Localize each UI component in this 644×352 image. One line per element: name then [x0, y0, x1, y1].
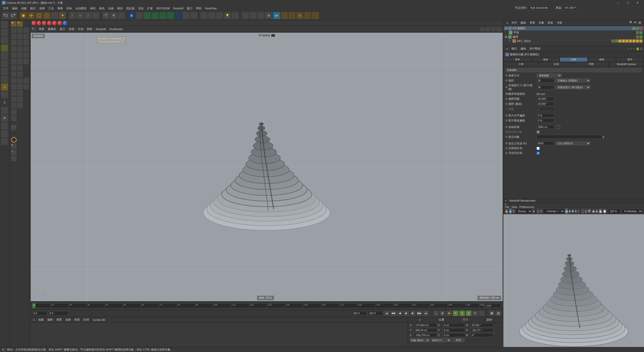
light-button[interactable]: [190, 12, 197, 19]
tool-r6c[interactable]: [23, 59, 29, 64]
vp-filter[interactable]: 过滤: [76, 27, 85, 31]
tag2-button[interactable]: [250, 12, 257, 19]
select-tool[interactable]: [20, 12, 27, 19]
max-frame[interactable]: [368, 311, 383, 316]
tool-gear-icon[interactable]: ⚙: [11, 21, 17, 27]
lock-icon[interactable]: 🔒: [636, 47, 639, 50]
menu-create[interactable]: 创建: [20, 6, 28, 11]
target-icon[interactable]: ◎: [296, 12, 303, 19]
tool-r2b[interactable]: [17, 34, 23, 39]
rv-view[interactable]: View: [511, 205, 517, 208]
rotate-tool[interactable]: [43, 12, 50, 19]
start-frame[interactable]: [32, 311, 47, 316]
render-view-button[interactable]: 🎬: [102, 12, 109, 19]
sculpt-mode[interactable]: S: [1, 99, 8, 106]
end-frame[interactable]: [352, 311, 367, 316]
tool-r9b[interactable]: [17, 78, 23, 83]
rv-crop-icon[interactable]: ✂: [540, 208, 542, 214]
fovh-input[interactable]: [537, 97, 554, 101]
menu-help[interactable]: 帮助: [194, 6, 203, 11]
scale-tool[interactable]: [35, 12, 43, 19]
tool-plus-icon[interactable]: ✚: [17, 21, 23, 27]
tool-r8b[interactable]: [17, 71, 23, 77]
tool-r15a[interactable]: [11, 115, 17, 121]
redo-button[interactable]: [10, 12, 17, 19]
interface-select[interactable]: RS (用户): [563, 6, 579, 10]
rv-region-icon[interactable]: ▢: [537, 208, 539, 214]
menu-insydium[interactable]: INSYDIUM: [155, 6, 171, 10]
whitebal-preset[interactable]: 日光 (6500 K): [555, 141, 590, 145]
menu-redshift[interactable]: Redshift: [172, 6, 185, 10]
sensor-preset[interactable]: 35毫米照片 (36.0毫米): [555, 85, 590, 89]
prev-key-button[interactable]: ◀◀: [390, 311, 396, 316]
rv-snow-icon[interactable]: ❄: [575, 208, 577, 214]
rv-ipr-button[interactable]: ◉: [509, 208, 512, 214]
vis-tag[interactable]: [632, 27, 635, 30]
object-mode[interactable]: [1, 45, 8, 52]
rv-save-icon[interactable]: 💾: [599, 208, 602, 214]
tool-r4a[interactable]: [11, 46, 17, 52]
rv-copy-icon[interactable]: 📋: [603, 208, 607, 214]
tool-r3b[interactable]: [17, 40, 23, 46]
mat-texture[interactable]: 纹理: [82, 317, 91, 322]
render-tag[interactable]: [636, 27, 639, 30]
pla-key-button[interactable]: [479, 311, 485, 316]
tool-r13a[interactable]: [11, 103, 17, 108]
tab-spherical[interactable]: 球面: [574, 62, 609, 66]
menu-spline[interactable]: 样条: [65, 6, 73, 11]
eye-icon[interactable]: 👁: [1, 115, 8, 122]
vp-view[interactable]: 查看: [37, 27, 46, 31]
tool-r1a[interactable]: [11, 27, 17, 33]
tool-r1b[interactable]: [17, 27, 23, 33]
vp-nav4-icon[interactable]: [497, 27, 501, 31]
menu-volume[interactable]: 体积: [89, 6, 97, 11]
mat-create[interactable]: 创建: [37, 317, 45, 322]
qr-button[interactable]: QR: [273, 12, 280, 19]
focal-input[interactable]: [537, 78, 554, 82]
floor-button[interactable]: [200, 12, 208, 19]
rv-fit-select[interactable]: Fit Window: [621, 209, 642, 214]
tool-r16a[interactable]: ⋮⋮: [11, 125, 17, 130]
red-ball-6-icon[interactable]: [58, 21, 62, 25]
tool-r2a[interactable]: [11, 34, 17, 39]
vp-panel[interactable]: 面板: [85, 27, 94, 31]
size-z[interactable]: [442, 333, 465, 337]
edge-mode[interactable]: [1, 60, 8, 67]
dopesheet-button[interactable]: ▦: [489, 311, 495, 316]
red-ball-5-icon[interactable]: [52, 21, 57, 25]
red-ball-1-icon[interactable]: [32, 21, 36, 25]
tool-r7b[interactable]: [17, 65, 23, 71]
attr-mode[interactable]: 模式: [510, 46, 518, 51]
rv-file[interactable]: File: [505, 205, 509, 208]
tab-rscamera[interactable]: Redshift Camera: [609, 62, 644, 66]
tool-r12a[interactable]: [11, 97, 17, 102]
pos-z[interactable]: [414, 333, 437, 337]
play-button[interactable]: ▶: [404, 311, 409, 316]
rv-zoom-icon[interactable]: 🔍: [588, 208, 591, 214]
scene-button[interactable]: [167, 12, 174, 19]
tool-r5a[interactable]: [11, 53, 17, 58]
tool-r13b[interactable]: [17, 103, 23, 108]
rv-circle-icon[interactable]: ○: [578, 208, 579, 214]
rv-zoom-pct[interactable]: [608, 209, 621, 214]
gear-icon[interactable]: [289, 12, 296, 19]
vp-nav3-icon[interactable]: [491, 27, 496, 31]
tab-stereo[interactable]: 立体: [503, 62, 539, 66]
menu-realflow[interactable]: RealFlow: [204, 6, 218, 10]
active-tag[interactable]: [639, 27, 642, 30]
tab-coord[interactable]: 坐标: [532, 57, 560, 62]
vp-prorender[interactable]: ProRender: [108, 27, 124, 31]
more2-icon[interactable]: [312, 12, 319, 19]
attr-userdata[interactable]: 用户数据: [528, 46, 542, 51]
more-icon[interactable]: [304, 12, 311, 19]
more-mode[interactable]: [1, 138, 8, 145]
curve-tool-icon[interactable]: ⟋: [11, 156, 17, 161]
menu-extensions[interactable]: 扩展: [146, 6, 154, 11]
mat-cycles[interactable]: Cycles 4D: [91, 318, 107, 322]
rv-pick-icon[interactable]: ●: [533, 208, 535, 214]
move-icon[interactable]: ✥: [59, 12, 66, 19]
tag4-button[interactable]: ⊞: [265, 12, 272, 19]
tag1-button[interactable]: [242, 12, 249, 19]
rot-key-button[interactable]: R: [466, 311, 471, 316]
rv-prefs[interactable]: Preferences: [519, 205, 534, 208]
